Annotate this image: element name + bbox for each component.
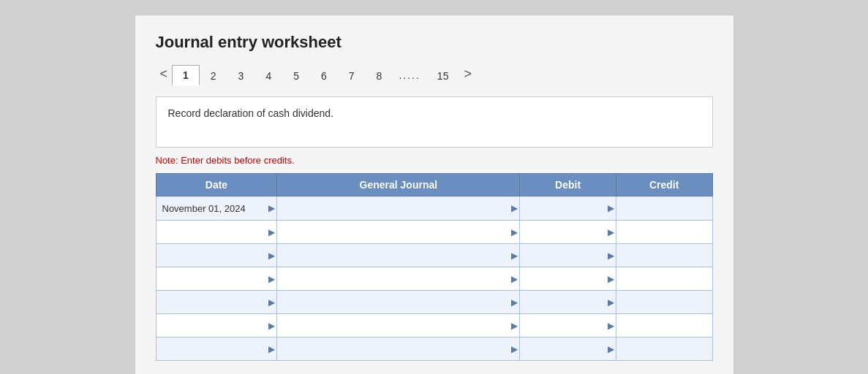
debit-input-4[interactable] — [520, 291, 616, 313]
description-box: Record declaration of cash dividend. — [156, 96, 713, 148]
debit-cell-5[interactable]: ▶ — [520, 314, 616, 337]
tab-5[interactable]: 5 — [282, 66, 310, 85]
date-cell-6[interactable]: ▶ — [156, 337, 277, 361]
debit-input-6[interactable] — [520, 337, 616, 360]
date-value-0: November 01, 2024 — [156, 196, 277, 220]
table-row: ▶▶▶ — [156, 291, 712, 314]
credit-cell-3[interactable] — [616, 267, 712, 291]
debit-cell-6[interactable]: ▶ — [520, 337, 616, 361]
date-cell-3[interactable]: ▶ — [156, 267, 277, 291]
debit-cell-2[interactable]: ▶ — [520, 244, 616, 267]
debit-input-3[interactable] — [520, 267, 616, 290]
gj-input-1[interactable] — [277, 221, 519, 243]
gj-input-0[interactable] — [277, 196, 519, 220]
date-input-3[interactable] — [156, 267, 277, 290]
date-input-6[interactable] — [156, 337, 277, 360]
tab-8[interactable]: 8 — [366, 66, 393, 85]
credit-cell-0[interactable] — [616, 196, 712, 221]
credit-cell-5[interactable] — [616, 314, 712, 337]
table-row: ▶▶▶ — [156, 221, 712, 244]
credit-cell-1[interactable] — [616, 221, 712, 244]
table-row: November 01, 2024▶▶▶ — [156, 196, 712, 221]
gj-cell-3[interactable]: ▶ — [277, 267, 520, 291]
gj-input-5[interactable] — [277, 314, 519, 337]
gj-cell-5[interactable]: ▶ — [277, 314, 520, 337]
date-cell-1[interactable]: ▶ — [156, 221, 277, 244]
gj-input-4[interactable] — [277, 291, 519, 313]
table-row: ▶▶▶ — [156, 244, 712, 267]
gj-input-2[interactable] — [277, 244, 519, 267]
table-row: ▶▶▶ — [156, 314, 712, 337]
date-cell-5[interactable]: ▶ — [156, 314, 277, 337]
table-row: ▶▶▶ — [156, 267, 712, 291]
date-cell-4[interactable]: ▶ — [156, 291, 277, 314]
credit-input-3[interactable] — [616, 267, 712, 290]
credit-cell-2[interactable] — [616, 244, 712, 267]
debit-cell-1[interactable]: ▶ — [520, 221, 616, 244]
note-text: Note: Enter debits before credits. — [156, 155, 713, 166]
prev-arrow[interactable]: < — [156, 64, 173, 85]
tab-2[interactable]: 2 — [200, 66, 227, 85]
header-credit: Credit — [616, 174, 712, 196]
debit-input-2[interactable] — [520, 244, 616, 267]
header-general-journal: General Journal — [277, 174, 520, 196]
credit-input-1[interactable] — [616, 221, 712, 243]
date-cell-2[interactable]: ▶ — [156, 244, 277, 267]
tab-7[interactable]: 7 — [338, 66, 366, 85]
credit-input-5[interactable] — [616, 314, 712, 337]
tab-4[interactable]: 4 — [254, 66, 282, 85]
credit-cell-4[interactable] — [616, 291, 712, 314]
credit-cell-6[interactable] — [616, 337, 712, 361]
date-input-1[interactable] — [156, 221, 277, 243]
gj-input-6[interactable] — [277, 337, 519, 360]
description-text: Record declaration of cash dividend. — [168, 107, 333, 119]
gj-input-3[interactable] — [277, 267, 519, 290]
tab-ellipsis: ..... — [393, 66, 426, 85]
date-input-2[interactable] — [156, 244, 277, 267]
tab-3[interactable]: 3 — [227, 66, 255, 85]
credit-input-2[interactable] — [616, 244, 712, 267]
next-arrow[interactable]: > — [459, 64, 476, 85]
date-input-4[interactable] — [156, 291, 277, 313]
debit-cell-4[interactable]: ▶ — [520, 291, 616, 314]
table-row: ▶▶▶ — [156, 337, 712, 361]
worksheet-title: Journal entry worksheet — [156, 33, 713, 52]
worksheet-container: Journal entry worksheet < 1 2 3 4 5 6 7 … — [135, 15, 734, 374]
gj-cell-0[interactable]: ▶ — [277, 196, 520, 221]
credit-input-4[interactable] — [616, 291, 712, 313]
gj-cell-6[interactable]: ▶ — [277, 337, 520, 361]
header-date: Date — [156, 174, 277, 196]
debit-cell-3[interactable]: ▶ — [520, 267, 616, 291]
debit-input-5[interactable] — [520, 314, 616, 337]
journal-table: Date General Journal Debit Credit Novemb… — [156, 173, 713, 361]
credit-input-0[interactable] — [616, 196, 712, 220]
header-debit: Debit — [520, 174, 616, 196]
tab-1[interactable]: 1 — [172, 65, 200, 85]
tab-15[interactable]: 15 — [426, 66, 460, 85]
date-input-5[interactable] — [156, 314, 277, 337]
gj-cell-1[interactable]: ▶ — [277, 221, 520, 244]
gj-cell-2[interactable]: ▶ — [277, 244, 520, 267]
debit-input-1[interactable] — [520, 221, 616, 243]
debit-input-0[interactable] — [520, 196, 616, 220]
gj-cell-4[interactable]: ▶ — [277, 291, 520, 314]
credit-input-6[interactable] — [616, 337, 712, 360]
date-cell-0[interactable]: November 01, 2024▶ — [156, 196, 277, 221]
debit-cell-0[interactable]: ▶ — [520, 196, 616, 221]
tab-navigation: < 1 2 3 4 5 6 7 8 ..... 15 > — [156, 64, 713, 85]
tab-6[interactable]: 6 — [310, 66, 338, 85]
